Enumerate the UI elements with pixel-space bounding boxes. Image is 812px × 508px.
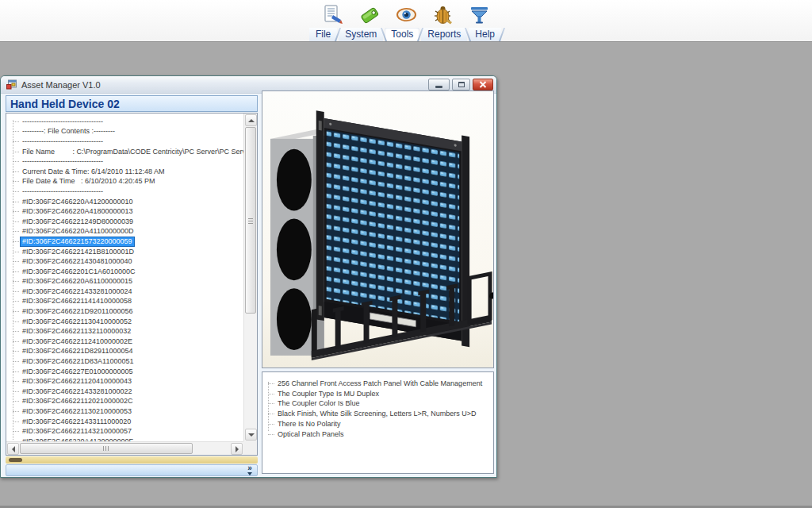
list-item-text: ---------------------------------- [21, 157, 105, 166]
menu-tab-tools[interactable]: Tools [385, 28, 419, 41]
toolstrip-overflow-button[interactable]: » [244, 465, 255, 475]
list-item[interactable]: #ID:306F2C4662201C1A6010000C [9, 267, 243, 277]
list-item-text: #ID:306F2C466221430481000040 [21, 257, 134, 266]
description-text: Black Finish, White Silk Screening, Lett… [276, 410, 478, 418]
tree-twig [13, 281, 19, 282]
list-item[interactable]: #ID:306F2C466221433281000024 [9, 287, 243, 297]
list-item[interactable]: #ID:306F2C466221433111000020 [9, 417, 243, 427]
list-item[interactable]: #ID:306F2C466220A4110000000D [9, 227, 243, 237]
toolbar-icons [0, 2, 812, 26]
list-item[interactable]: #ID:306F2C466221130410000052 [9, 317, 243, 327]
list-item[interactable]: #ID:306F2C466221130210000053 [9, 406, 243, 417]
tree-line [13, 120, 13, 440]
file-contents-panel: ----------------------------------------… [6, 113, 258, 456]
list-item[interactable]: #ID:306F2C466220A61100000015 [9, 277, 243, 287]
tree-twig [13, 171, 19, 172]
list-item[interactable]: File Name : C:\ProgramData\CODE Centrici… [9, 147, 243, 157]
scroll-left-button[interactable] [7, 443, 19, 455]
tag-icon[interactable] [359, 4, 381, 25]
list-item[interactable]: ---------------------------------- [9, 187, 243, 197]
file-list-body: ----------------------------------------… [7, 114, 243, 441]
document-edit-icon[interactable] [323, 4, 344, 25]
tree-twig [13, 161, 19, 162]
funnel-icon[interactable] [469, 4, 490, 25]
scrollbar-corner [243, 441, 257, 455]
horizontal-scrollbar[interactable] [6, 441, 243, 455]
list-item-text: #ID:306F2C466220A61100000015 [21, 277, 134, 286]
bug-icon[interactable] [432, 4, 454, 25]
menu-tab-file[interactable]: File [309, 28, 337, 41]
tree-twig [268, 434, 274, 435]
list-item-text: #ID:306F2C466221130410000052 [21, 318, 133, 326]
tree-twig [13, 291, 19, 292]
description-body: 256 Channel Front Access Patch Panel Wit… [264, 379, 493, 440]
scroll-up-button[interactable] [245, 114, 257, 126]
scroll-down-button[interactable] [245, 429, 257, 441]
device-photo [262, 91, 493, 368]
list-item[interactable]: #ID:306F2C466221120410000043 [9, 376, 243, 387]
tree-twig [13, 191, 19, 192]
description-text: The Coupler Type Is MU Duplex [276, 390, 381, 398]
list-item[interactable]: #ID:306F2C466220A41200000010 [9, 197, 243, 207]
tree-twig [13, 141, 19, 142]
description-item: Optical Patch Panels [264, 429, 493, 440]
overflow-dropdown-icon [247, 472, 252, 475]
list-item-text: #ID:306F2C4662201C1A6010000C [21, 267, 137, 276]
list-item[interactable]: #ID:306F2C466221141410000058 [9, 297, 243, 307]
list-item-text: #ID:306F2C466220A41800000013 [21, 207, 135, 216]
description-item: 256 Channel Front Access Patch Panel Wit… [264, 379, 493, 389]
close-button[interactable] [473, 79, 493, 90]
list-item[interactable]: #ID:306F2C466221D82911000054 [9, 347, 243, 357]
list-item[interactable]: #ID:306F2C466227E01000000005 [9, 367, 243, 377]
list-item[interactable]: #ID:306F2C466221433281000022 [9, 387, 243, 397]
window-form-icon [6, 79, 17, 90]
tree-twig [13, 152, 19, 152]
tree-twig [13, 221, 19, 222]
list-item-text: #ID:306F2C466221421B8100001D [21, 248, 136, 256]
list-item-text: File Date & Time : 6/10/2010 4:20:45 PM [21, 177, 157, 186]
list-item[interactable]: #ID:306F2C466221143210000057 [9, 426, 243, 437]
list-item[interactable]: #ID:306F2C466221430481000040 [9, 256, 243, 267]
vertical-scroll-thumb[interactable] [245, 127, 256, 314]
device-photo-panel [262, 90, 494, 368]
list-item[interactable]: #ID:306F2C466221D83A11000051 [9, 356, 243, 367]
menu-tab-help[interactable]: Help [469, 28, 501, 41]
scroll-right-button[interactable] [231, 443, 243, 455]
list-item[interactable]: #ID:306F2C46622112021000002C [9, 397, 243, 407]
list-item[interactable]: ---------------------------------- [9, 156, 243, 167]
overflow-chevron-icon: » [247, 465, 252, 471]
description-item: The Coupler Color Is Blue [264, 399, 493, 410]
maximize-button[interactable] [452, 79, 470, 90]
description-text: The Coupler Color Is Blue [276, 399, 362, 408]
list-item[interactable]: Current Date & Time: 6/14/2010 11:12:48 … [9, 167, 243, 177]
tree-twig [13, 351, 19, 352]
description-text: 256 Channel Front Access Patch Panel Wit… [276, 379, 484, 388]
list-item-text: #ID:306F2C466221132110000032 [21, 327, 132, 336]
list-item[interactable]: #ID:306F2C466221D92011000056 [9, 306, 243, 317]
list-item-selected[interactable]: #ID:306F2C466221573220000059 [9, 237, 243, 247]
description-text: Optical Patch Panels [276, 430, 346, 439]
eye-icon[interactable] [396, 4, 417, 25]
list-item-text: #ID:306F2C466220A4110000000D [21, 227, 135, 236]
vertical-scrollbar[interactable] [243, 114, 257, 441]
menu-tab-reports[interactable]: Reports [421, 28, 467, 41]
tree-twig [13, 202, 19, 202]
list-item[interactable]: #ID:306F2C466221132110000032 [9, 326, 243, 337]
app-window: Asset Manager V1.0 Hand Held Device 02 -… [0, 75, 497, 478]
menu-tab-system[interactable]: System [339, 28, 383, 41]
list-item[interactable]: #ID:306F2C466221421B8100001D [9, 247, 243, 257]
list-item[interactable]: ---------------------------------- [9, 117, 243, 127]
window-controls [428, 79, 493, 90]
tree-twig [13, 391, 19, 392]
horizontal-scroll-thumb[interactable] [20, 443, 193, 454]
list-item[interactable]: #ID:306F2C46622112410000002E [9, 337, 243, 347]
minimize-button[interactable] [428, 79, 450, 90]
list-item[interactable]: File Date & Time : 6/10/2010 4:20:45 PM [9, 177, 243, 187]
tree-twig [13, 421, 19, 422]
tree-twig [13, 331, 19, 332]
splitter-grip[interactable] [9, 458, 22, 462]
list-item[interactable]: #ID:306F2C466221249D80000039 [9, 217, 243, 227]
list-item[interactable]: #ID:306F2C466220A41800000013 [9, 206, 243, 217]
list-item[interactable]: ---------------------------------- [9, 137, 243, 147]
list-item[interactable]: ---------: File Contents :--------- [9, 127, 243, 137]
